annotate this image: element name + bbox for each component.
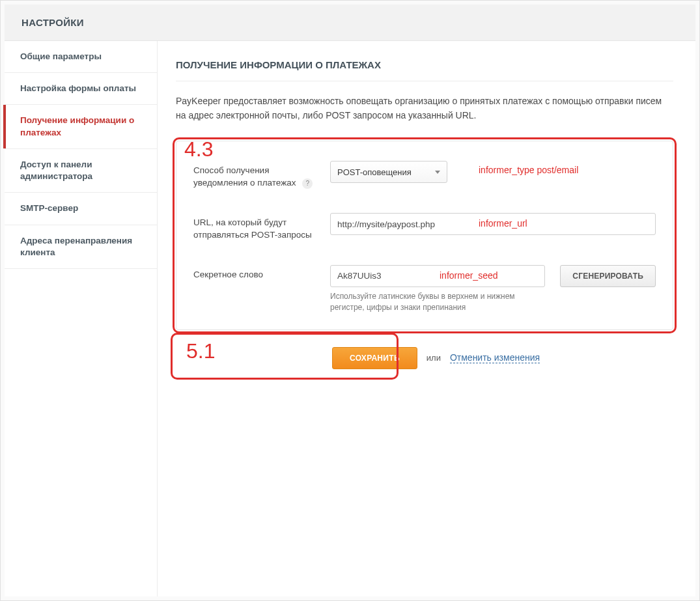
sidebar-item-payment-form[interactable]: Настройка формы оплаты bbox=[5, 73, 157, 105]
settings-form-box: 4.3 Способ получения уведомления о плате… bbox=[176, 141, 673, 329]
notification-method-select[interactable]: POST-оповещения bbox=[330, 161, 447, 183]
generate-button[interactable]: СГЕНЕРИРОВАТЬ bbox=[560, 265, 656, 287]
sidebar-item-general[interactable]: Общие параметры bbox=[5, 41, 157, 73]
save-button[interactable]: СОХРАНИТЬ bbox=[332, 347, 417, 369]
or-text: или bbox=[427, 353, 441, 363]
annotation-label-51: 5.1 bbox=[186, 339, 215, 363]
sidebar-item-redirect[interactable]: Адреса перенаправления клиента bbox=[5, 225, 157, 269]
section-title: ПОЛУЧЕНИЕ ИНФОРМАЦИИ О ПЛАТЕЖАХ bbox=[176, 59, 673, 81]
secret-hint: Используйте латинские буквы в верхнем и … bbox=[330, 291, 539, 314]
form-actions: 5.1 СОХРАНИТЬ или Отменить изменения bbox=[176, 347, 673, 369]
secret-label: Секретное слово bbox=[193, 265, 330, 281]
notification-method-value: POST-оповещения bbox=[337, 167, 412, 177]
main-content: ПОЛУЧЕНИЕ ИНФОРМАЦИИ О ПЛАТЕЖАХ PayKeepe… bbox=[158, 41, 695, 596]
cancel-link[interactable]: Отменить изменения bbox=[450, 352, 540, 363]
sidebar-item-payment-info[interactable]: Получение информации о платежах bbox=[5, 105, 157, 148]
sidebar-item-admin-access[interactable]: Доступ к панели администратора bbox=[5, 149, 157, 193]
page-title: НАСТРОЙКИ bbox=[21, 17, 84, 28]
section-description: PayKeeper предоставляет возможность опов… bbox=[176, 94, 673, 122]
chevron-down-icon bbox=[435, 171, 440, 174]
notification-method-label-text: Способ получения уведомления о платежах bbox=[193, 165, 296, 188]
notification-method-label: Способ получения уведомления о платежах … bbox=[193, 161, 330, 189]
annotation-label-43: 4.3 bbox=[184, 137, 213, 161]
help-icon[interactable]: ? bbox=[302, 178, 313, 189]
sidebar-item-smtp[interactable]: SMTP-сервер bbox=[5, 193, 157, 225]
sidebar: Общие параметры Настройка формы оплаты П… bbox=[5, 41, 158, 596]
post-url-input[interactable] bbox=[330, 213, 656, 235]
secret-input[interactable] bbox=[330, 265, 545, 287]
post-url-label: URL, на который будут отправляться POST-… bbox=[193, 213, 330, 242]
header: НАСТРОЙКИ bbox=[5, 5, 695, 41]
annotation-tag-informer-type: informer_type post/email bbox=[479, 165, 578, 175]
